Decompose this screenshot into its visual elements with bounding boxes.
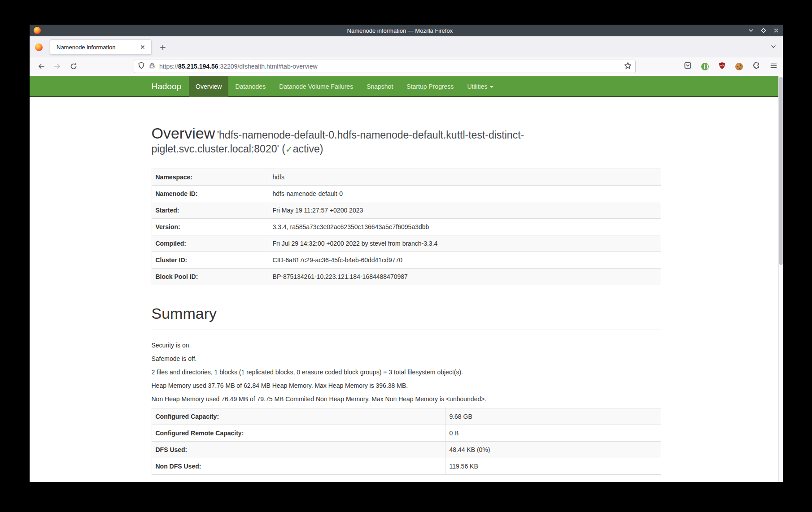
hadoop-navbar: Hadoop Overview Datanodes Datanode Volum… — [30, 76, 783, 97]
window-title: Namenode information — Mozilla Firefox — [347, 27, 453, 34]
url-host: 85.215.194.56 — [178, 63, 218, 70]
table-row: Block Pool ID:BP-875134261-10.223.121.18… — [152, 269, 661, 285]
row-value: 9.68 GB — [445, 408, 661, 425]
table-row: Non DFS Used:119.56 KB — [152, 458, 661, 475]
row-value: hdfs-namenode-default-0 — [269, 186, 661, 202]
table-row: Configured Remote Capacity:0 B — [152, 425, 661, 442]
hadoop-brand[interactable]: Hadoop — [152, 76, 189, 97]
table-row: Started:Fri May 19 11:27:57 +0200 2023 — [152, 202, 661, 219]
url-bar[interactable]: https://85.215.194.56:32209/dfshealth.ht… — [134, 60, 636, 73]
row-value: BP-875134261-10.223.121.184-168448847098… — [269, 269, 661, 285]
caret-down-icon — [490, 86, 493, 88]
table-row: Compiled:Fri Jul 29 14:32:00 +0200 2022 … — [152, 235, 661, 252]
row-label: Non DFS Used: — [152, 458, 445, 475]
reload-button[interactable] — [67, 60, 80, 73]
summary-line: Security is on. — [152, 341, 661, 350]
nav-dropdown-utilities[interactable]: Utilities — [460, 76, 500, 97]
summary-line: 2 files and directories, 1 blocks (1 rep… — [152, 368, 661, 377]
url-protocol: https:// — [159, 63, 178, 70]
browser-window: Namenode information — Mozilla Firefox N… — [30, 25, 783, 482]
row-value: Fri May 19 11:27:57 +0200 2023 — [269, 202, 661, 219]
capacity-table: Configured Capacity:9.68 GB Configured R… — [152, 408, 661, 475]
navigation-toolbar: https://85.215.194.56:32209/dfshealth.ht… — [30, 57, 783, 75]
summary-line: Non Heap Memory used 76.49 MB of 79.75 M… — [152, 395, 661, 404]
utilities-label: Utilities — [467, 83, 487, 90]
url-text[interactable]: https://85.215.194.56:32209/dfshealth.ht… — [159, 63, 624, 70]
summary-title: Summary — [152, 305, 217, 322]
url-path: :32209/dfshealth.html#tab-overview — [218, 63, 318, 70]
active-status-text: active) — [293, 143, 323, 155]
row-value: 119.56 KB — [445, 458, 661, 475]
window-titlebar: Namenode information — Mozilla Firefox — [30, 25, 783, 36]
ublock-origin-icon[interactable]: uO — [718, 62, 726, 71]
row-label: Namespace: — [152, 169, 269, 186]
row-label: Namenode ID: — [152, 186, 269, 202]
table-row: Configured Capacity:9.68 GB — [152, 408, 661, 425]
back-button[interactable] — [35, 60, 48, 73]
table-row: Cluster ID:CID-6a817c29-ac36-45fc-b4eb-6… — [152, 252, 661, 269]
cookie-extension-icon[interactable] — [735, 63, 743, 70]
shield-icon[interactable] — [138, 62, 145, 71]
row-label: Block Pool ID: — [152, 269, 269, 285]
forward-button[interactable] — [51, 60, 64, 73]
table-row: Namenode ID:hdfs-namenode-default-0 — [152, 186, 661, 202]
row-value: 3.3.4, ra585a73c3e02ac62350c136643a5e7f6… — [269, 219, 661, 235]
row-value: 48.44 KB (0%) — [445, 442, 661, 458]
row-label: Compiled: — [152, 235, 269, 252]
nav-tab-snapshot[interactable]: Snapshot — [360, 76, 400, 97]
nav-tab-startup-progress[interactable]: Startup Progress — [400, 76, 460, 97]
tab-title: Namenode information — [57, 44, 138, 51]
minimize-button[interactable] — [748, 27, 754, 34]
table-row: Version:3.3.4, ra585a73c3e02ac62350c1366… — [152, 219, 661, 235]
active-check-icon: ✓ — [285, 144, 293, 155]
bookmark-star-icon[interactable] — [624, 62, 632, 71]
menu-hamburger-icon[interactable] — [770, 62, 777, 71]
summary-line: Safemode is off. — [152, 354, 661, 363]
summary-line: Heap Memory used 37.76 MB of 62.84 MB He… — [152, 381, 661, 390]
tab-close-icon[interactable] — [138, 43, 147, 52]
svg-text:uO: uO — [720, 64, 724, 67]
nav-tab-datanodes[interactable]: Datanodes — [228, 76, 272, 97]
maximize-button[interactable] — [760, 27, 767, 34]
row-label: Started: — [152, 202, 269, 219]
nav-tab-overview[interactable]: Overview — [189, 76, 228, 97]
table-row: DFS Used:48.44 KB (0%) — [152, 442, 661, 458]
row-value: Fri Jul 29 14:32:00 +0200 2022 by stevel… — [269, 235, 661, 252]
page-viewport: Hadoop Overview Datanodes Datanode Volum… — [30, 76, 783, 482]
overview-header: Overview 'hdfs-namenode-default-0.hdfs-n… — [152, 123, 609, 159]
extensions-puzzle-icon[interactable] — [752, 61, 760, 71]
firefox-icon — [35, 43, 43, 51]
scrollbar-thumb[interactable] — [779, 77, 783, 265]
table-row: Namespace:hdfs — [152, 169, 661, 186]
tab-strip: Namenode information — [30, 36, 783, 57]
row-value: 0 B — [445, 425, 661, 442]
nav-tab-datanode-volume-failures[interactable]: Datanode Volume Failures — [272, 76, 360, 97]
row-label: Configured Remote Capacity: — [152, 425, 445, 442]
row-value: CID-6a817c29-ac36-45fc-b4eb-60dd41cd9770 — [269, 252, 661, 269]
new-tab-button[interactable] — [158, 43, 168, 52]
page-scrollbar[interactable] — [778, 76, 783, 482]
row-value: hdfs — [269, 169, 661, 186]
summary-paragraphs: Security is on. Safemode is off. 2 files… — [152, 341, 661, 404]
row-label: Configured Capacity: — [152, 408, 445, 425]
page-title: Overview — [152, 125, 215, 142]
pocket-icon[interactable] — [684, 61, 692, 71]
row-label: DFS Used: — [152, 442, 445, 458]
tab-namenode-information[interactable]: Namenode information — [50, 39, 152, 55]
firefox-icon — [34, 27, 41, 34]
summary-header: Summary — [152, 304, 661, 330]
row-label: Version: — [152, 219, 269, 235]
row-label: Cluster ID: — [152, 252, 269, 269]
list-all-tabs-icon[interactable] — [770, 43, 777, 52]
close-button[interactable] — [773, 27, 779, 34]
privacy-extension-icon[interactable] — [701, 63, 709, 70]
namenode-info-table: Namespace:hdfs Namenode ID:hdfs-namenode… — [152, 169, 661, 285]
lock-warning-icon[interactable] — [148, 62, 156, 71]
